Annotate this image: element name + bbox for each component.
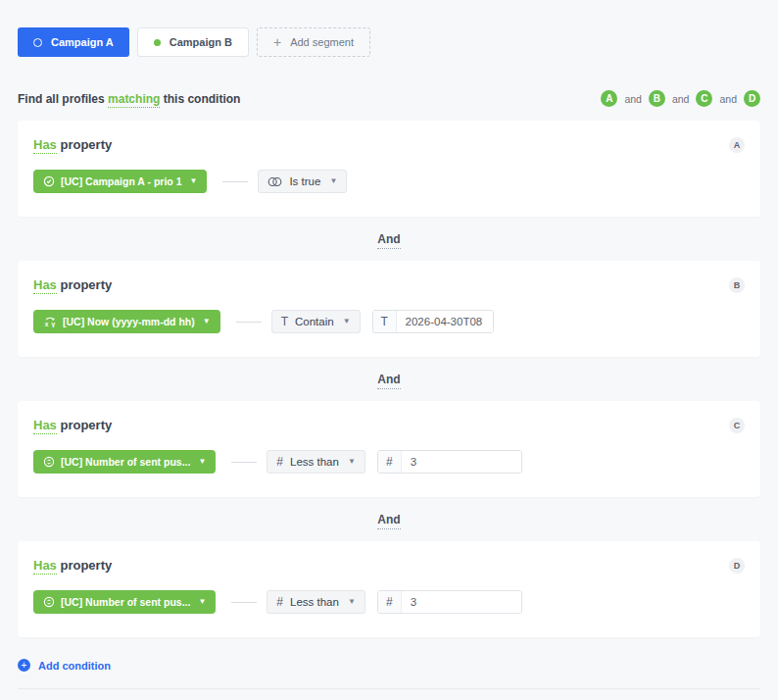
card-title-noun: property (60, 277, 112, 292)
check-circle-icon (43, 175, 55, 187)
condition-header: Find all profiles matching this conditio… (18, 90, 760, 107)
tab-campaign-a[interactable]: Campaign A (18, 27, 129, 57)
chevron-down-icon: ▼ (329, 177, 337, 185)
operator-select-d[interactable]: # Less than ▼ (267, 590, 365, 614)
operator-label: Contain (295, 316, 334, 327)
chevron-down-icon: ▼ (198, 458, 206, 466)
find-text-prefix: Find all profiles (18, 92, 105, 106)
number-type-icon: # (276, 455, 283, 469)
property-name: [UC] Now (yyyy-mm-dd hh) (63, 316, 195, 327)
property-name: [UC] Number of sent pus... (61, 456, 190, 468)
matching-mode-link[interactable]: matching (108, 92, 160, 108)
logic-badge-d: D (744, 90, 760, 107)
plus-circle-icon: + (18, 659, 30, 672)
toggle-icon (267, 176, 282, 187)
operator-label: Less than (290, 456, 339, 468)
svg-text:y: y (52, 321, 56, 327)
property-name: [UC] Number of sent pus... (61, 596, 190, 608)
chevron-down-icon: ▼ (203, 318, 211, 325)
card-title-noun: property (60, 137, 112, 152)
value-input-c[interactable] (402, 451, 521, 473)
and-separator: And (18, 510, 760, 527)
card-badge-a: A (729, 137, 745, 153)
text-type-icon: T (281, 315, 288, 328)
has-keyword-link[interactable]: Has (33, 277, 57, 294)
chevron-down-icon: ▼ (348, 458, 356, 466)
has-keyword-link[interactable]: Has (33, 418, 57, 434)
logic-and-word: and (624, 93, 642, 105)
segment-tabs: Campaign A Campaign B + Add segment (18, 27, 760, 57)
tab-label: Campaign A (51, 36, 114, 48)
card-title: Has property (33, 277, 112, 292)
connector-line (222, 181, 248, 182)
condition-card-a: Has property A [UC] Campaign A - prio 1 … (18, 121, 760, 217)
condition-card-d: Has property D [UC] Number of sent pus..… (18, 541, 760, 637)
condition-card-c: Has property C [UC] Number of sent pus..… (18, 401, 760, 497)
number-type-icon: # (276, 595, 283, 609)
operator-select-a[interactable]: Is true ▼ (258, 170, 347, 193)
property-name: [UC] Campaign A - prio 1 (61, 175, 181, 187)
logic-badge-b: B (649, 90, 665, 107)
has-keyword-link[interactable]: Has (33, 558, 57, 575)
find-text-suffix: this condition (164, 92, 241, 106)
and-label[interactable]: And (377, 513, 400, 529)
connector-line (231, 602, 257, 603)
card-badge-d: D (729, 558, 745, 574)
card-title-noun: property (60, 418, 112, 432)
property-select-b[interactable]: x y [UC] Now (yyyy-mm-dd hh) ▼ (33, 310, 220, 333)
value-input-d[interactable] (402, 591, 521, 613)
operator-label: Is true (289, 175, 320, 187)
card-title: Has property (33, 558, 112, 573)
card-title-noun: property (60, 558, 112, 573)
chevron-down-icon: ▼ (198, 598, 206, 606)
number-type-icon: # (378, 591, 402, 613)
property-select-a[interactable]: [UC] Campaign A - prio 1 ▼ (33, 170, 207, 193)
and-separator: And (18, 229, 760, 247)
operator-select-b[interactable]: T Contain ▼ (271, 310, 361, 333)
card-title: Has property (33, 137, 112, 152)
card-badge-b: B (729, 277, 745, 293)
card-badge-c: C (729, 418, 745, 433)
logic-badge-a: A (601, 90, 617, 107)
value-field-d: # (377, 590, 522, 614)
operator-label: Less than (290, 596, 339, 608)
add-condition-label: Add condition (38, 660, 111, 672)
chevron-down-icon: ▼ (348, 598, 356, 606)
logic-and-word: and (672, 93, 690, 105)
logic-badge-c: C (696, 90, 712, 107)
plus-icon: + (273, 35, 281, 49)
logic-and-word: and (719, 93, 737, 105)
aggregate-icon (43, 596, 55, 608)
footer-divider (18, 688, 760, 689)
and-label[interactable]: And (377, 373, 400, 389)
has-keyword-link[interactable]: Has (33, 137, 57, 154)
value-field-c: # (377, 450, 522, 474)
value-input-b[interactable] (397, 311, 493, 332)
value-field-b: T (372, 310, 494, 333)
segment-builder: Campaign A Campaign B + Add segment Find… (0, 0, 778, 700)
logic-summary: A and B and C and D (601, 90, 760, 107)
number-type-icon: # (378, 451, 402, 473)
connector-line (236, 322, 262, 323)
operator-select-c[interactable]: # Less than ▼ (267, 450, 365, 474)
green-dot-icon (154, 39, 161, 46)
tab-label: Add segment (290, 36, 354, 48)
radio-ring-icon (33, 38, 42, 47)
and-label[interactable]: And (377, 232, 400, 249)
tab-campaign-b[interactable]: Campaign B (137, 27, 249, 57)
aggregate-icon (43, 456, 55, 468)
property-select-c[interactable]: [UC] Number of sent pus... ▼ (33, 450, 216, 474)
property-select-d[interactable]: [UC] Number of sent pus... ▼ (33, 590, 216, 614)
condition-card-b: Has property B x y [UC] Now (yyyy-mm-dd … (18, 261, 760, 357)
chevron-down-icon: ▼ (189, 177, 197, 185)
add-condition-button[interactable]: + Add condition (18, 659, 760, 672)
svg-text:x: x (45, 321, 49, 327)
find-profiles-text: Find all profiles matching this conditio… (18, 92, 240, 106)
and-separator: And (18, 370, 760, 387)
connector-line (231, 462, 257, 463)
add-segment-button[interactable]: + Add segment (257, 27, 370, 57)
chevron-down-icon: ▼ (343, 318, 351, 325)
text-type-icon: T (373, 311, 397, 332)
card-title: Has property (33, 418, 112, 432)
tab-label: Campaign B (170, 36, 232, 48)
